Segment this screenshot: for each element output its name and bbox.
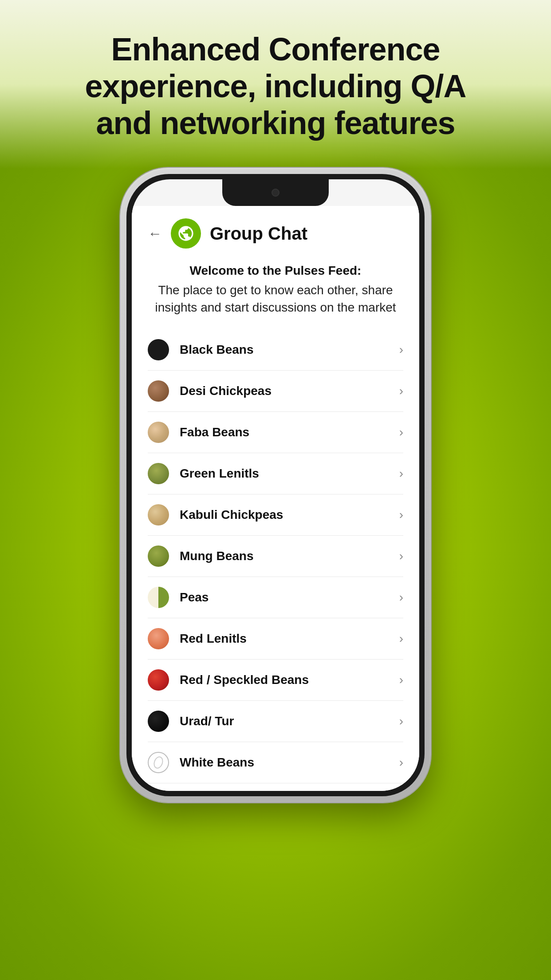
phone-mockup: ← Group Chat Welcome to the Pulses Feed:…	[116, 163, 435, 980]
item-name: Desi Chickpeas	[180, 384, 389, 398]
urad-tur-icon	[148, 711, 169, 732]
chevron-icon: ›	[399, 549, 403, 563]
item-name: Green Lenitls	[180, 466, 389, 481]
app-title: Group Chat	[210, 224, 307, 244]
welcome-text: The place to get to know each other, sha…	[150, 281, 401, 316]
list-item[interactable]: Red Lenitls ›	[148, 618, 403, 660]
red-speckled-beans-icon	[148, 669, 169, 691]
phone-notch	[222, 179, 329, 206]
list-item[interactable]: Green Lenitls ›	[148, 453, 403, 494]
item-name: Black Beans	[180, 343, 389, 357]
item-name: White Beans	[180, 755, 389, 770]
welcome-bold: Welcome to the Pulses Feed:	[150, 262, 401, 279]
beans-list: Black Beans › Desi Chickpeas ›	[132, 329, 419, 791]
chevron-icon: ›	[399, 425, 403, 439]
chevron-icon: ›	[399, 508, 403, 522]
list-item[interactable]: Red / Speckled Beans ›	[148, 660, 403, 701]
front-camera	[272, 189, 279, 197]
mung-beans-icon	[148, 545, 169, 567]
white-beans-icon	[148, 752, 169, 773]
list-item[interactable]: Mung Beans ›	[148, 536, 403, 577]
chevron-icon: ›	[399, 755, 403, 770]
item-name: Mung Beans	[180, 549, 389, 563]
list-item[interactable]: Urad/ Tur ›	[148, 701, 403, 742]
faba-beans-icon	[148, 422, 169, 443]
item-name: Urad/ Tur	[180, 714, 389, 728]
welcome-section: Welcome to the Pulses Feed: The place to…	[132, 257, 419, 329]
peas-icon	[148, 587, 169, 608]
list-item[interactable]: Faba Beans ›	[148, 412, 403, 453]
red-lentils-icon	[148, 628, 169, 649]
headline: Enhanced Conference experience, includin…	[49, 0, 501, 163]
chevron-icon: ›	[399, 714, 403, 728]
list-item[interactable]: White Beans ›	[148, 742, 403, 783]
chevron-icon: ›	[399, 590, 403, 605]
app-header: ← Group Chat	[132, 206, 419, 257]
item-name: Peas	[180, 590, 389, 605]
item-name: Faba Beans	[180, 425, 389, 439]
screen-content: ← Group Chat Welcome to the Pulses Feed:…	[132, 206, 419, 791]
back-button[interactable]: ←	[148, 225, 162, 242]
green-lentils-icon	[148, 463, 169, 484]
kabuli-chickpeas-icon	[148, 504, 169, 526]
desi-chickpeas-icon	[148, 380, 169, 402]
item-name: Red / Speckled Beans	[180, 673, 389, 687]
chevron-icon: ›	[399, 343, 403, 357]
chevron-icon: ›	[399, 384, 403, 398]
item-name: Red Lenitls	[180, 632, 389, 646]
list-item[interactable]: Desi Chickpeas ›	[148, 371, 403, 412]
chevron-icon: ›	[399, 466, 403, 481]
list-item[interactable]: Peas ›	[148, 577, 403, 618]
list-item[interactable]: Kabuli Chickpeas ›	[148, 494, 403, 536]
item-name: Kabuli Chickpeas	[180, 508, 389, 522]
app-icon	[171, 218, 201, 249]
chevron-icon: ›	[399, 632, 403, 646]
chevron-icon: ›	[399, 673, 403, 687]
list-item[interactable]: Black Beans ›	[148, 329, 403, 371]
globe-icon	[177, 225, 195, 242]
black-beans-icon	[148, 339, 169, 360]
